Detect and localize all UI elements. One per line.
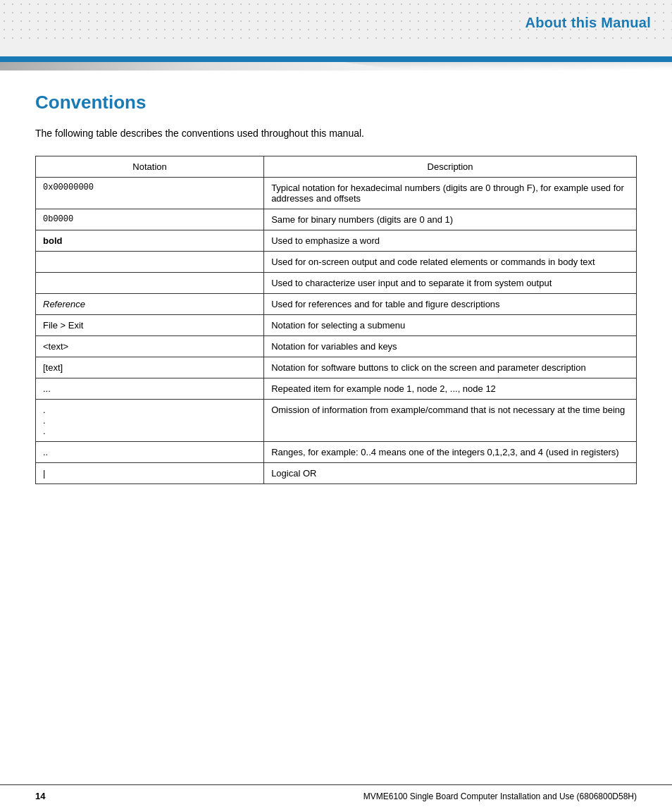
description-cell: Omission of information from example/com…	[264, 400, 637, 442]
header-title-area: About this Manual	[525, 0, 672, 46]
conventions-table: Notation Description 0x00000000Typical n…	[35, 156, 637, 484]
main-content: Conventions The following table describe…	[0, 70, 672, 526]
table-row: ...Omission of information from example/…	[36, 400, 637, 442]
footer-page-number: 14	[35, 791, 45, 801]
notation-cell: ..	[36, 442, 264, 463]
description-cell: Ranges, for example: 0..4 means one of t…	[264, 442, 637, 463]
table-row: ...Repeated item for example node 1, nod…	[36, 378, 637, 400]
table-header-row: Notation Description	[36, 156, 637, 178]
table-row: Used to characterize user input and to s…	[36, 273, 637, 294]
notation-cell: 0b0000	[36, 209, 264, 230]
description-cell: Used to emphasize a word	[264, 230, 637, 252]
table-row: |Logical OR	[36, 463, 637, 484]
table-row: 0x00000000Typical notation for hexadecim…	[36, 178, 637, 209]
notation-cell	[36, 273, 264, 294]
intro-text: The following table describes the conven…	[35, 128, 637, 139]
notation-cell: 0x00000000	[36, 178, 264, 209]
footer-doc-title: MVME6100 Single Board Computer Installat…	[363, 791, 637, 801]
notation-cell: <text>	[36, 336, 264, 357]
table-row: File > ExitNotation for selecting a subm…	[36, 315, 637, 336]
notation-cell: |	[36, 463, 264, 484]
col-notation-header: Notation	[36, 156, 264, 178]
notation-cell: Reference	[36, 294, 264, 315]
description-cell: Used to characterize user input and to s…	[264, 273, 637, 294]
notation-cell: ...	[36, 378, 264, 400]
table-row: ..Ranges, for example: 0..4 means one of…	[36, 442, 637, 463]
col-description-header: Description	[264, 156, 637, 178]
notation-cell	[36, 252, 264, 273]
description-cell: Notation for selecting a submenu	[264, 315, 637, 336]
table-row: boldUsed to emphasize a word	[36, 230, 637, 252]
description-cell: Typical notation for hexadecimal numbers…	[264, 178, 637, 209]
table-row: [text]Notation for software buttons to c…	[36, 357, 637, 378]
description-cell: Same for binary numbers (digits are 0 an…	[264, 209, 637, 230]
notation-cell: [text]	[36, 357, 264, 378]
notation-cell: bold	[36, 230, 264, 252]
header-gray-accent	[0, 62, 672, 70]
description-cell: Repeated item for example node 1, node 2…	[264, 378, 637, 400]
notation-cell: File > Exit	[36, 315, 264, 336]
table-row: 0b0000Same for binary numbers (digits ar…	[36, 209, 637, 230]
footer: 14 MVME6100 Single Board Computer Instal…	[0, 784, 672, 807]
header-blue-bar	[0, 56, 672, 62]
table-row: ReferenceUsed for references and for tab…	[36, 294, 637, 315]
description-cell: Logical OR	[264, 463, 637, 484]
description-cell: Notation for software buttons to click o…	[264, 357, 637, 378]
notation-cell: ...	[36, 400, 264, 442]
description-cell: Used for references and for table and fi…	[264, 294, 637, 315]
header-title: About this Manual	[525, 15, 651, 31]
header-pattern: About this Manual	[0, 0, 672, 56]
table-row: Used for on-screen output and code relat…	[36, 252, 637, 273]
table-row: <text>Notation for variables and keys	[36, 336, 637, 357]
section-title: Conventions	[35, 92, 637, 113]
description-cell: Used for on-screen output and code relat…	[264, 252, 637, 273]
description-cell: Notation for variables and keys	[264, 336, 637, 357]
